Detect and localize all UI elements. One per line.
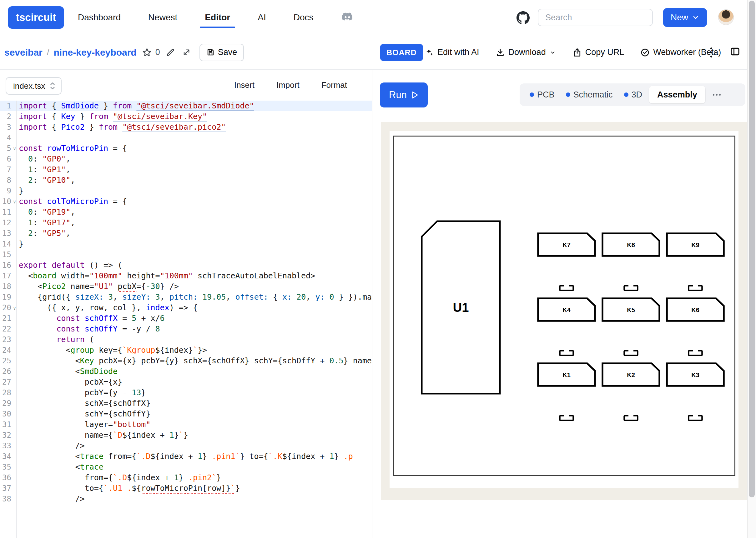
line-number-15: 15 [0, 249, 16, 260]
code-line-22[interactable]: 22 const schOffY = -y / 8 [0, 324, 372, 334]
code-line-17[interactable]: 17 <board width="100mm" height="100mm" s… [0, 271, 372, 281]
tscircuit-logo[interactable]: tscircuit [8, 6, 64, 29]
top-navbar: tscircuit DashboardNewestEditorAIDocs Ne… [0, 0, 747, 35]
view-tab-3d[interactable]: 3D [620, 86, 647, 103]
code-line-34[interactable]: 34 <trace from={`.D${index + 1} .pin1`} … [0, 451, 372, 462]
line-number-14: 14 [0, 239, 16, 249]
code-text-11: 0: "GP19", [16, 207, 372, 217]
code-text-27: pcbX={x} [16, 377, 372, 387]
ellipsis-icon[interactable] [710, 91, 724, 99]
main-nav: DashboardNewestEditorAIDocs [77, 0, 355, 35]
code-line-30[interactable]: 30 schY={schOffY} [0, 409, 372, 419]
code-line-37[interactable]: 37 to={`.U1 .${rowToMicroPin[row]}`} [0, 483, 372, 494]
code-line-14[interactable]: 14} [0, 239, 372, 249]
view-tab-pcb[interactable]: PCB [525, 86, 559, 103]
code-line-19[interactable]: 19 {grid({ sizeX: 3, sizeY: 3, pitch: 19… [0, 292, 372, 302]
editor-menu-import[interactable]: Import [276, 80, 300, 90]
fold-toggle-icon[interactable]: ∨ [13, 143, 16, 154]
discord-icon[interactable] [340, 0, 355, 35]
code-area[interactable]: 1import { SmdDiode } from "@tsci/seveiba… [0, 101, 372, 538]
code-line-36[interactable]: 36 from={`.D${index + 1} .pin2`} [0, 472, 372, 483]
code-line-33[interactable]: 33 /> [0, 441, 372, 451]
code-text-2: import { Key } from "@tsci/seveibar.Key" [16, 111, 372, 122]
search-input[interactable] [538, 9, 653, 26]
avatar[interactable] [718, 9, 734, 25]
code-line-35[interactable]: 35 <trace [0, 462, 372, 472]
code-text-36: from={`.D${index + 1} .pin2`} [16, 472, 372, 483]
code-line-8[interactable]: 8 2: "GP10", [0, 175, 372, 186]
code-line-7[interactable]: 7 1: "GP1", [0, 164, 372, 175]
view-tab-assembly[interactable]: Assembly [649, 86, 705, 103]
nav-item-docs[interactable]: Docs [292, 0, 315, 35]
code-line-9[interactable]: 9} [0, 186, 372, 196]
fold-toggle-icon[interactable]: ∨ [13, 196, 16, 207]
code-line-27[interactable]: 27 pcbX={x} [0, 377, 372, 387]
code-line-31[interactable]: 31 layer="bottom" [0, 419, 372, 430]
nav-item-ai[interactable]: AI [257, 0, 267, 35]
code-text-37: to={`.U1 .${rowToMicroPin[row]}`} [16, 483, 372, 494]
code-line-1[interactable]: 1import { SmdDiode } from "@tsci/seveiba… [0, 101, 372, 111]
code-text-7: 1: "GP1", [16, 164, 372, 175]
board-badge[interactable]: BOARD [380, 44, 423, 61]
code-line-25[interactable]: 25 <Key pcbX={x} pcbY={y} schX={schOffX}… [0, 355, 372, 366]
code-line-13[interactable]: 13 2: "GP5", [0, 228, 372, 239]
assembly-key-k3: K3 [666, 362, 725, 387]
run-button-label: Run [389, 89, 407, 101]
code-line-29[interactable]: 29 schX={schOffX} [0, 398, 372, 409]
code-line-12[interactable]: 12 1: "GP17", [0, 217, 372, 228]
line-number-23: 23 [0, 334, 16, 345]
code-line-16[interactable]: 16export default () => ( [0, 260, 372, 271]
nav-item-newest[interactable]: Newest [147, 0, 179, 35]
toggle-panel-icon[interactable] [730, 46, 740, 58]
code-line-38[interactable]: 38 /> [0, 494, 372, 504]
open-share-icon[interactable] [181, 47, 192, 58]
assembly-component-u1: U1 [421, 220, 501, 395]
svg-text:K4: K4 [562, 306, 571, 313]
code-line-24[interactable]: 24 <group key={`Kgroup${index}`}> [0, 345, 372, 355]
page-scrollbar-thumb[interactable] [749, 1, 755, 497]
code-line-2[interactable]: 2import { Key } from "@tsci/seveibar.Key… [0, 111, 372, 122]
code-line-11[interactable]: 11 0: "GP19", [0, 207, 372, 217]
fold-toggle-icon[interactable]: ∨ [13, 303, 16, 313]
line-number-30: 30 [0, 409, 16, 419]
copy-url-button[interactable]: Copy URL [572, 47, 624, 57]
edit-pencil-icon[interactable] [164, 47, 176, 58]
code-line-21[interactable]: 21 const schOffX = 5 + x/6 [0, 313, 372, 324]
assembly-canvas[interactable]: U1 K7 K8 K9 K4 K5 K6 K1 K2 K3 [381, 122, 747, 500]
code-line-5[interactable]: 5∨const rowToMicroPin = { [0, 143, 372, 154]
code-line-32[interactable]: 32 name={`D${index + 1}`} [0, 430, 372, 441]
code-line-4[interactable]: 4 [0, 133, 372, 143]
code-line-23[interactable]: 23 return ( [0, 334, 372, 345]
breadcrumb: seveibar / nine-key-keyboard 0 Save [4, 35, 244, 70]
code-text-8: 2: "GP10", [16, 175, 372, 186]
line-number-12: 12 [0, 217, 16, 228]
editor-menu-insert[interactable]: Insert [234, 80, 255, 90]
star-icon[interactable] [141, 47, 153, 58]
code-line-28[interactable]: 28 pcbY={y - 13} [0, 387, 372, 398]
file-selector[interactable]: index.tsx [6, 77, 62, 95]
nav-item-editor[interactable]: Editor [204, 0, 231, 35]
code-text-28: pcbY={y - 13} [16, 387, 372, 398]
code-line-15[interactable]: 15 [0, 249, 372, 260]
more-options-icon[interactable] [707, 45, 715, 60]
edit-with-ai-button[interactable]: Edit with AI [425, 47, 479, 57]
run-button[interactable]: Run [380, 82, 428, 107]
breadcrumb-project[interactable]: nine-key-keyboard [54, 47, 137, 58]
code-line-18[interactable]: 18 <Pico2 name="U1" pcbX={-30} /> [0, 281, 372, 292]
preview-panel: Run PCBSchematic3DAssembly U1 K7 K8 K9 K… [373, 70, 747, 538]
editor-menu-format[interactable]: Format [321, 80, 347, 90]
code-line-6[interactable]: 6 0: "GP0", [0, 154, 372, 164]
new-button[interactable]: New [663, 8, 707, 27]
breadcrumb-owner[interactable]: seveibar [4, 47, 42, 58]
view-tab-schematic[interactable]: Schematic [561, 86, 617, 103]
star-count: 0 [155, 47, 160, 57]
github-icon[interactable] [516, 11, 530, 25]
code-line-20[interactable]: 20∨ ({ x, y, row, col }, index) => { [0, 302, 372, 313]
code-line-3[interactable]: 3import { Pico2 } from "@tsci/seveibar.p… [0, 122, 372, 133]
download-button[interactable]: Download [495, 47, 556, 57]
code-line-26[interactable]: 26 <SmdDiode [0, 366, 372, 377]
assembly-diode-r1c3 [688, 285, 703, 291]
nav-item-dashboard[interactable]: Dashboard [77, 0, 122, 35]
save-button[interactable]: Save [200, 44, 244, 61]
code-line-10[interactable]: 10∨const colToMicroPin = { [0, 196, 372, 207]
